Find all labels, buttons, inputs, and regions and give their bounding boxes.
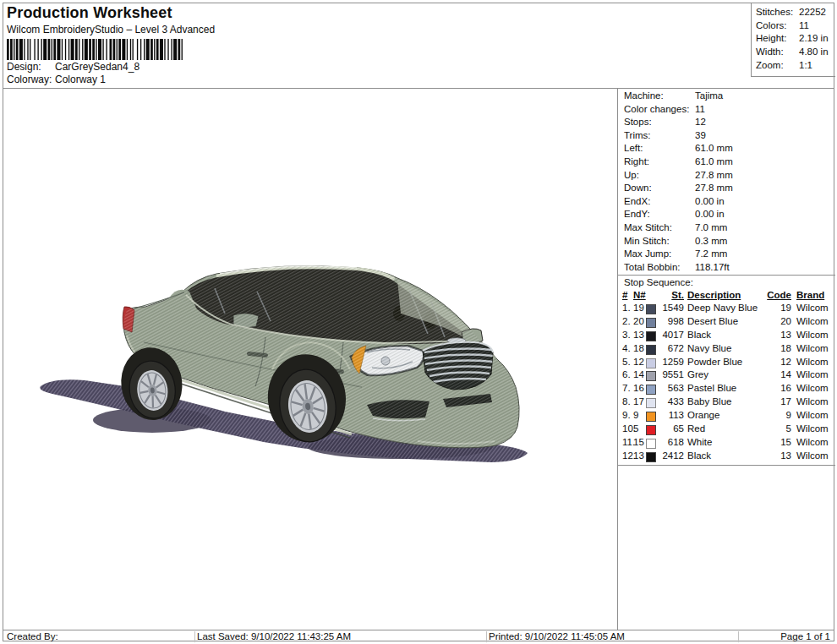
thread-color-swatch	[646, 439, 656, 449]
machine-info-row-label: Trims:	[624, 130, 695, 140]
thread-code: 12	[766, 357, 791, 367]
stitch-count: 998	[656, 316, 684, 326]
summary-row-value: 2.19 in	[799, 33, 829, 43]
footer-divider	[738, 631, 739, 642]
needle-number: 17	[633, 396, 644, 407]
thread-code: 15	[766, 437, 791, 447]
row-number: 9.	[622, 410, 631, 420]
details-panel: Machine:TajimaColor changes:11Stops:12Tr…	[617, 89, 835, 630]
stitch-count: 618	[656, 437, 684, 447]
thread-color-swatch	[646, 371, 656, 381]
row-number: 7.	[622, 383, 631, 393]
thread-name: Powder Blue	[687, 357, 742, 367]
row-number: 4.	[622, 343, 631, 353]
divider-line	[618, 465, 835, 466]
row-number: 3.	[622, 330, 631, 340]
thread-color-swatch	[646, 345, 656, 355]
stitch-count: 1259	[656, 357, 684, 367]
thread-row: 11.15618White15Wilcom	[618, 437, 835, 450]
thread-code: 13	[766, 450, 791, 461]
thread-color-swatch	[646, 398, 656, 408]
summary-row-label: Colors:	[756, 20, 799, 30]
thread-row: 2.20998Desert Blue20Wilcom	[618, 316, 835, 330]
row-number: 2.	[622, 316, 631, 326]
row-number: 5.	[622, 357, 631, 367]
divider-line	[618, 275, 835, 276]
summary-row: Colors:11	[756, 20, 834, 34]
thread-name: Grey	[687, 369, 708, 379]
thread-color-swatch	[646, 425, 656, 435]
thread-name: White	[687, 437, 712, 447]
thread-brand: Wilcom	[796, 343, 829, 353]
thread-color-swatch	[646, 318, 656, 328]
machine-info-row: Down:27.8 mm	[624, 183, 834, 196]
machine-info-row-label: EndY:	[624, 209, 695, 219]
machine-info-row: Machine:Tajima	[624, 90, 834, 104]
col-needle: N#	[633, 290, 646, 300]
machine-info-row-label: Stops:	[624, 117, 695, 127]
thread-color-swatch	[646, 304, 656, 314]
machine-info-row-label: Max Stitch:	[624, 222, 695, 232]
thread-row: 4.18672Navy Blue18Wilcom	[618, 343, 835, 357]
machine-info-row-value: 0.00 in	[695, 196, 725, 206]
colorway-label: Colorway:	[7, 74, 55, 85]
thread-name: Red	[687, 423, 705, 434]
page-indicator: Page 1 of 1	[780, 631, 830, 641]
needle-number: 16	[633, 383, 644, 393]
thread-brand: Wilcom	[796, 357, 829, 367]
machine-info-row-value: 7.0 mm	[695, 222, 727, 232]
machine-info-row-value: 61.0 mm	[695, 156, 733, 166]
machine-info-row-value: 11	[695, 104, 705, 114]
thread-code: 9	[766, 410, 791, 420]
footer-divider	[194, 631, 195, 642]
stop-sequence-rows: 1.191549Deep Navy Blue19Wilcom2.20998Des…	[618, 303, 835, 464]
machine-info-row-value: 27.8 mm	[695, 170, 733, 180]
col-number: #	[622, 290, 627, 300]
summary-row-value: 22252	[799, 7, 826, 17]
needle-number: 13	[633, 450, 644, 461]
stop-sequence-header: # N# St. Description Code Brand	[618, 290, 835, 303]
thread-code: 20	[766, 316, 791, 326]
needle-number: 12	[633, 357, 644, 367]
machine-info-row: EndY:0.00 in	[624, 209, 834, 222]
thread-row: 12.132412Black13Wilcom	[618, 450, 835, 464]
needle-number: 19	[633, 303, 644, 313]
machine-info-row: Stops:12	[624, 117, 834, 130]
thread-color-swatch	[646, 358, 656, 368]
stitch-count: 113	[656, 410, 684, 420]
machine-info-row-value: 61.0 mm	[695, 143, 733, 153]
thread-brand: Wilcom	[796, 437, 829, 447]
machine-info-row-value: 118.17ft	[695, 262, 730, 272]
thread-brand: Wilcom	[796, 383, 829, 393]
thread-brand: Wilcom	[796, 410, 829, 420]
thread-color-swatch	[646, 412, 656, 422]
col-stitches: St.	[656, 290, 684, 300]
thread-name: Deep Navy Blue	[687, 303, 758, 313]
thread-code: 13	[766, 330, 791, 340]
machine-info-row: Min Stitch:0.3 mm	[624, 236, 834, 249]
machine-info-row-label: Up:	[624, 170, 695, 180]
thread-color-swatch	[646, 385, 656, 395]
thread-name: Orange	[687, 410, 719, 420]
summary-row-label: Height:	[756, 33, 799, 43]
thread-row: 3.134017Black13Wilcom	[618, 330, 835, 343]
summary-row-label: Width:	[756, 46, 799, 57]
thread-brand: Wilcom	[796, 450, 829, 461]
thread-brand: Wilcom	[796, 396, 829, 407]
machine-info-row-value: 0.3 mm	[695, 236, 727, 246]
machine-info-row-label: Max Jump:	[624, 248, 695, 259]
machine-info-row: Up:27.8 mm	[624, 170, 834, 183]
machine-info-row-value: 0.00 in	[695, 209, 725, 219]
thread-code: 14	[766, 369, 791, 379]
machine-info-row-value: 39	[695, 130, 706, 140]
thread-name: Black	[687, 330, 711, 340]
thread-code: 18	[766, 343, 791, 353]
design-name: CarGreySedan4_8	[55, 61, 140, 73]
stitch-count: 433	[656, 396, 684, 407]
machine-info-row-label: Down:	[624, 183, 695, 193]
colorway-row: Colorway:Colorway 1	[7, 74, 106, 85]
thread-row: 9.9113Orange9Wilcom	[618, 410, 835, 423]
thread-brand: Wilcom	[796, 303, 829, 313]
machine-info-row-label: EndX:	[624, 196, 695, 206]
thread-row: 7.16563Pastel Blue16Wilcom	[618, 383, 835, 396]
